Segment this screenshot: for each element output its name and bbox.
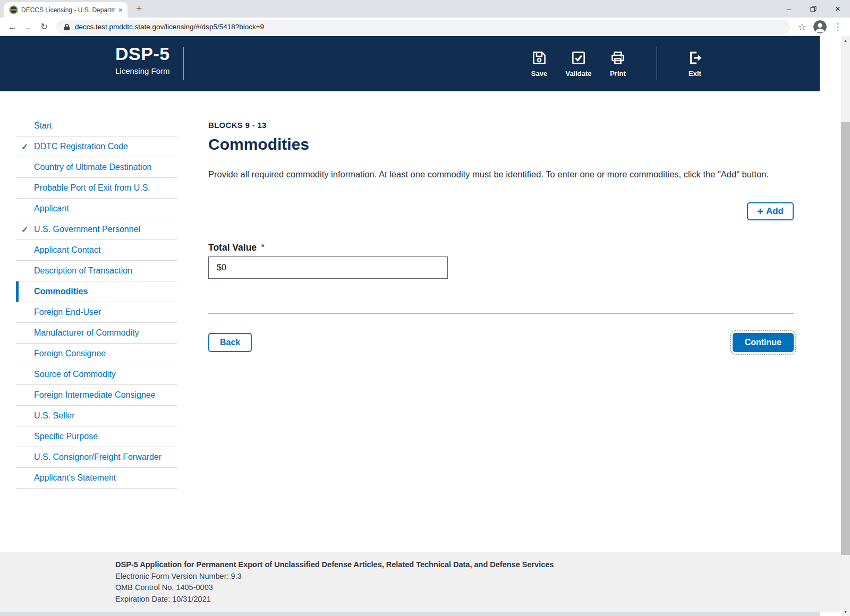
footer-form-title: DSP-5 Application for Permanent Export o… <box>115 559 850 571</box>
scroll-up-icon[interactable]: ▲ <box>841 36 850 45</box>
browser-menu-kebab-icon[interactable]: ⋮ <box>830 21 846 32</box>
form-footer: DSP-5 Application for Permanent Export o… <box>0 552 850 612</box>
tab-close-icon[interactable]: × <box>118 6 123 14</box>
sidebar-item-label: Probable Port of Exit from U.S. <box>34 183 150 193</box>
sidebar-item-applicant[interactable]: Applicant <box>16 199 177 219</box>
back-nav-icon[interactable]: ← <box>4 22 20 32</box>
sidebar-item-label: Country of Ultimate Destination <box>34 162 151 172</box>
tab-title: DECCS Licensing - U.S. Departme <box>21 6 115 14</box>
add-button-label: Add <box>766 206 784 217</box>
back-button[interactable]: Back <box>208 333 252 352</box>
new-tab-button[interactable]: + <box>136 3 142 14</box>
sidebar-item-label: Applicant's Statement <box>34 473 116 483</box>
form-section-nav: Start ✓DDTC Registration Code Country of… <box>16 116 177 489</box>
add-row: + Add <box>747 202 794 220</box>
total-value-label: Total Value * <box>208 242 265 253</box>
total-value-input[interactable] <box>208 256 448 279</box>
sidebar-item-foreign-intermediate-consignee[interactable]: Foreign Intermediate Consignee <box>16 385 177 406</box>
sidebar-item-label: U.S. Seller <box>34 411 74 421</box>
header-divider <box>183 47 184 80</box>
lock-icon[interactable] <box>64 23 70 31</box>
total-value-label-text: Total Value <box>208 242 257 253</box>
sidebar-item-us-seller[interactable]: U.S. Seller <box>16 406 177 426</box>
footer-version: Electronic Form Version Number: 9.3 <box>115 571 850 583</box>
page-description: Provide all required commodity informati… <box>208 169 769 179</box>
sidebar-item-start[interactable]: Start <box>16 116 177 136</box>
sidebar-item-applicant-contact[interactable]: Applicant Contact <box>16 240 177 261</box>
required-asterisk: * <box>261 243 264 253</box>
block-range-label: BLOCKS 9 - 13 <box>208 121 267 130</box>
sidebar-item-label: Start <box>34 121 52 131</box>
sidebar-item-label: Specific Purpose <box>34 432 98 441</box>
sidebar-item-label: Commodities <box>34 287 88 296</box>
sidebar-item-label: Source of Commodity <box>34 370 116 379</box>
sidebar-item-label: DDTC Registration Code <box>34 142 128 151</box>
sidebar-item-foreign-end-user[interactable]: Foreign End-User <box>16 302 177 323</box>
sidebar-item-label: Foreign Consignee <box>34 349 106 358</box>
sidebar-item-us-consignor-freight-forwarder[interactable]: U.S. Consignor/Freight Forwarder <box>16 447 177 468</box>
sidebar-item-commodities[interactable]: Commodities <box>16 281 177 302</box>
continue-button[interactable]: Continue <box>733 333 794 352</box>
close-window-icon[interactable]: × <box>826 0 850 18</box>
forward-nav-icon[interactable]: → <box>20 22 36 32</box>
browser-tab[interactable]: DECCS Licensing - U.S. Departme × <box>4 2 128 18</box>
form-subtitle: Licensing Form <box>115 66 170 75</box>
plus-icon: + <box>757 206 763 217</box>
sidebar-item-description-of-transaction[interactable]: Description of Transaction <box>16 261 177 281</box>
footer-omb-control: OMB Control No. 1405-0003 <box>115 582 850 594</box>
restore-icon[interactable] <box>801 0 826 18</box>
sidebar-item-foreign-consignee[interactable]: Foreign Consignee <box>16 344 177 364</box>
scroll-down-icon[interactable]: ▼ <box>841 608 850 616</box>
check-icon: ✓ <box>21 142 28 152</box>
sidebar-item-label: U.S. Consignor/Freight Forwarder <box>34 452 162 462</box>
sidebar-item-ddtc-registration-code[interactable]: ✓DDTC Registration Code <box>16 136 177 157</box>
restore-glyph-icon <box>810 6 817 12</box>
add-button[interactable]: + Add <box>747 202 794 220</box>
reload-icon[interactable]: ↻ <box>36 21 52 32</box>
sidebar-item-label: Description of Transaction <box>34 266 132 276</box>
form-brand: DSP-5 Licensing Form <box>115 44 170 75</box>
sidebar-item-source-of-commodity[interactable]: Source of Commodity <box>16 364 177 385</box>
sidebar-item-country-of-ultimate-destination[interactable]: Country of Ultimate Destination <box>16 157 177 178</box>
scrollbar-thumb[interactable] <box>841 122 850 555</box>
avatar-person-icon <box>813 20 827 33</box>
page-title: Commodities <box>208 135 309 153</box>
sidebar-item-label: U.S. Government Personnel <box>34 225 140 234</box>
form-title: DSP-5 <box>115 44 170 64</box>
sidebar-item-us-government-personnel[interactable]: ✓U.S. Government Personnel <box>16 219 177 240</box>
window-bottom-edge <box>0 612 820 616</box>
main-content: BLOCKS 9 - 13 Commodities Provide all re… <box>208 0 794 616</box>
sidebar-item-label: Foreign Intermediate Consignee <box>34 390 156 400</box>
section-divider <box>208 313 794 314</box>
sidebar-item-label: Manufacturer of Commodity <box>34 328 139 338</box>
sidebar-item-specific-purpose[interactable]: Specific Purpose <box>16 426 177 447</box>
sidebar-item-label: Applicant Contact <box>34 245 100 255</box>
page-scrollbar[interactable]: ▲ ▼ <box>841 36 850 616</box>
sidebar-item-applicants-statement[interactable]: Applicant's Statement <box>16 468 177 489</box>
footer-expiration: Expiration Date: 10/31/2021 <box>115 594 850 605</box>
sidebar-item-probable-port-of-exit[interactable]: Probable Port of Exit from U.S. <box>16 178 177 199</box>
screen: DECCS Licensing - U.S. Departme × + – × … <box>0 0 850 616</box>
sidebar-item-manufacturer-of-commodity[interactable]: Manufacturer of Commodity <box>16 323 177 344</box>
sidebar-item-label: Foreign End-User <box>34 307 101 317</box>
bookmark-star-icon[interactable]: ☆ <box>794 21 810 33</box>
site-favicon-seal-icon <box>9 5 18 14</box>
sidebar-item-label: Applicant <box>34 204 69 213</box>
profile-avatar[interactable] <box>813 20 827 33</box>
check-icon: ✓ <box>21 225 28 235</box>
